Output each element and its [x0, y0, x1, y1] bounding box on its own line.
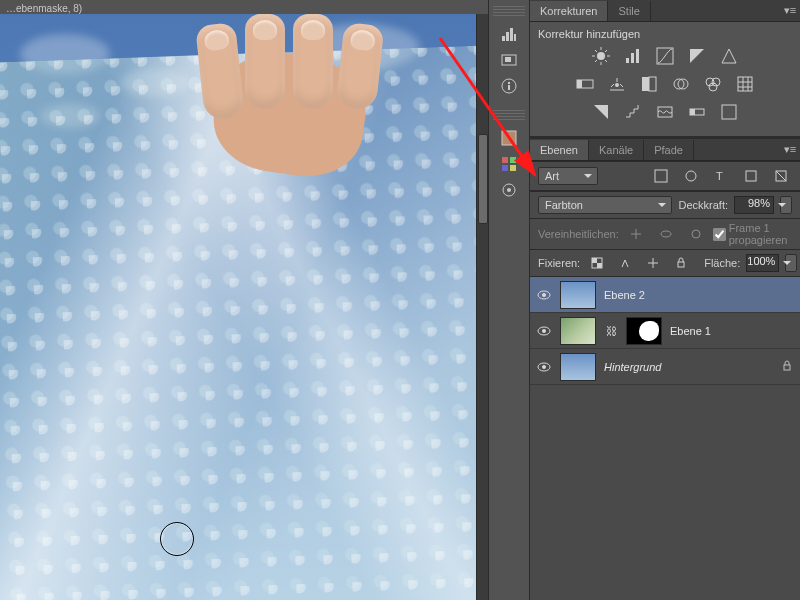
- levels-icon[interactable]: [622, 46, 644, 66]
- swatches-icon[interactable]: [497, 152, 521, 176]
- visibility-eye-icon[interactable]: [536, 359, 552, 375]
- svg-point-16: [507, 188, 511, 192]
- color-lookup-icon[interactable]: [734, 74, 756, 94]
- tab-korrekturen[interactable]: Korrekturen: [530, 1, 608, 21]
- svg-point-59: [692, 230, 700, 238]
- layer-name[interactable]: Ebene 1: [670, 325, 794, 337]
- layer-thumbnail[interactable]: [560, 353, 596, 381]
- fill-stepper[interactable]: [785, 254, 797, 272]
- adjustments-panel-tabs: Korrekturen Stile ▾≡: [530, 0, 800, 22]
- lock-pixels-icon[interactable]: [614, 253, 636, 273]
- svg-rect-7: [508, 85, 510, 90]
- invert-icon[interactable]: [590, 102, 612, 122]
- propagate-label: Frame 1 propagieren: [729, 222, 792, 246]
- tab-kanaele[interactable]: Kanäle: [589, 140, 644, 160]
- unify-style-icon[interactable]: [685, 224, 707, 244]
- filter-pixel-icon[interactable]: [650, 166, 672, 186]
- lock-icon: [780, 360, 794, 374]
- hue-saturation-icon[interactable]: [574, 74, 596, 94]
- svg-rect-70: [784, 365, 790, 370]
- layers-list: Ebene 2 ⛓ Ebene 1 Hintergrund: [530, 277, 800, 600]
- photo-filter-icon[interactable]: [670, 74, 692, 94]
- filter-shape-icon[interactable]: [740, 166, 762, 186]
- lock-transparent-icon[interactable]: [586, 253, 608, 273]
- svg-rect-61: [592, 258, 597, 263]
- blend-opacity-row: Farbton Deckkraft: 98%: [530, 191, 800, 219]
- curves-icon[interactable]: [654, 46, 676, 66]
- color-balance-icon[interactable]: [606, 74, 628, 94]
- layer-filter-kind-dropdown[interactable]: Art: [538, 167, 598, 185]
- posterize-icon[interactable]: [622, 102, 644, 122]
- svg-rect-32: [577, 80, 582, 88]
- photo: [0, 14, 476, 600]
- navigator-icon[interactable]: [497, 48, 521, 72]
- selective-color-icon[interactable]: [718, 102, 740, 122]
- gradient-map-icon[interactable]: [686, 102, 708, 122]
- mask-link-icon[interactable]: ⛓: [604, 325, 618, 337]
- exposure-icon[interactable]: [686, 46, 708, 66]
- svg-rect-63: [678, 262, 684, 267]
- layer-name[interactable]: Hintergrund: [604, 361, 772, 373]
- layer-name[interactable]: Ebene 2: [604, 289, 794, 301]
- histogram-icon[interactable]: [497, 22, 521, 46]
- filter-adjust-icon[interactable]: [680, 166, 702, 186]
- color-icon[interactable]: [497, 126, 521, 150]
- svg-rect-8: [508, 82, 510, 84]
- scrollbar-thumb[interactable]: [478, 134, 488, 224]
- add-adjustment-label: Korrektur hinzufügen: [538, 28, 792, 40]
- svg-rect-11: [502, 157, 508, 163]
- canvas[interactable]: [0, 14, 476, 600]
- filter-smart-icon[interactable]: [770, 166, 792, 186]
- opacity-field[interactable]: 98%: [734, 196, 774, 214]
- layer-row[interactable]: Ebene 2: [530, 277, 800, 313]
- lock-position-icon[interactable]: [642, 253, 664, 273]
- svg-rect-51: [722, 105, 736, 119]
- styles-icon[interactable]: [497, 178, 521, 202]
- lock-row: Fixieren: Fläche: 100%: [530, 250, 800, 277]
- unify-label: Vereinheitlichen:: [538, 228, 619, 240]
- layer-mask-thumbnail[interactable]: [626, 317, 662, 345]
- svg-point-65: [542, 293, 546, 297]
- fill-field[interactable]: 100%: [746, 254, 779, 272]
- visibility-eye-icon[interactable]: [536, 287, 552, 303]
- svg-point-58: [661, 231, 671, 237]
- svg-point-53: [686, 171, 696, 181]
- lock-all-icon[interactable]: [670, 253, 692, 273]
- opacity-label: Deckkraft:: [678, 199, 728, 211]
- svg-rect-50: [690, 109, 695, 115]
- layer-filter-kind-value: Art: [545, 170, 559, 182]
- panel-grip[interactable]: [493, 110, 525, 120]
- svg-point-67: [542, 329, 546, 333]
- unify-position-icon[interactable]: [625, 224, 647, 244]
- filter-type-icon[interactable]: T: [710, 166, 732, 186]
- svg-line-22: [595, 50, 597, 52]
- channel-mixer-icon[interactable]: [702, 74, 724, 94]
- layer-row[interactable]: Hintergrund: [530, 349, 800, 385]
- lock-label: Fixieren:: [538, 257, 580, 269]
- tab-stile[interactable]: Stile: [608, 1, 650, 21]
- vibrance-icon[interactable]: [718, 46, 740, 66]
- blend-mode-dropdown[interactable]: Farbton: [538, 196, 672, 214]
- panel-grip[interactable]: [493, 6, 525, 16]
- svg-rect-0: [502, 36, 505, 41]
- black-white-icon[interactable]: [638, 74, 660, 94]
- svg-rect-5: [505, 57, 511, 62]
- opacity-stepper[interactable]: [780, 196, 792, 214]
- svg-rect-27: [631, 53, 634, 63]
- info-icon[interactable]: [497, 74, 521, 98]
- layer-thumbnail[interactable]: [560, 281, 596, 309]
- brightness-contrast-icon[interactable]: [590, 46, 612, 66]
- threshold-icon[interactable]: [654, 102, 676, 122]
- svg-text:T: T: [716, 170, 723, 182]
- layer-thumbnail[interactable]: [560, 317, 596, 345]
- visibility-eye-icon[interactable]: [536, 323, 552, 339]
- tab-pfade[interactable]: Pfade: [644, 140, 694, 160]
- tab-ebenen[interactable]: Ebenen: [530, 140, 589, 160]
- layer-row[interactable]: ⛓ Ebene 1: [530, 313, 800, 349]
- svg-rect-1: [506, 32, 509, 41]
- panel-flyout-icon[interactable]: ▾≡: [780, 143, 800, 156]
- propagate-frame-checkbox[interactable]: Frame 1 propagieren: [713, 222, 792, 246]
- unify-visibility-icon[interactable]: [655, 224, 677, 244]
- panel-flyout-icon[interactable]: ▾≡: [780, 4, 800, 17]
- canvas-scrollbar[interactable]: [476, 14, 488, 600]
